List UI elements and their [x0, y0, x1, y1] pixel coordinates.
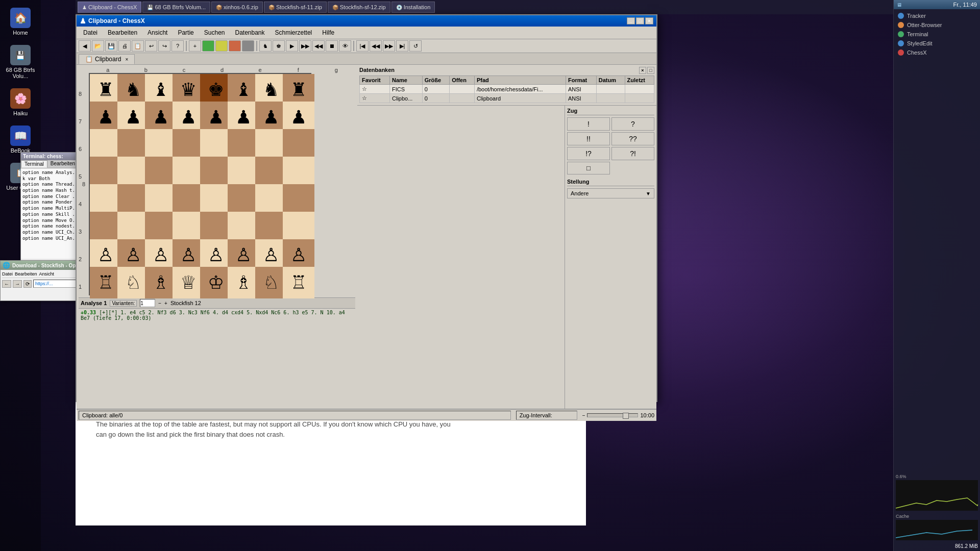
square-d3[interactable]	[173, 212, 204, 243]
menu-hilfe[interactable]: Hilfe	[317, 28, 339, 38]
square-h3[interactable]	[283, 212, 314, 243]
square-e5[interactable]	[200, 157, 232, 188]
square-f1[interactable]: ♗	[228, 267, 259, 298]
move-btn-double-excl[interactable]: !!	[567, 132, 610, 145]
square-e1[interactable]: ♔	[200, 267, 232, 298]
square-f3[interactable]	[228, 212, 259, 243]
square-h5[interactable]	[283, 157, 314, 188]
square-a6[interactable]	[90, 129, 121, 161]
move-btn-excl-quest[interactable]: !?	[567, 147, 610, 160]
right-panel-item-otter[interactable]: Otter-Browser	[896, 20, 978, 30]
toolbar-btn-help[interactable]: ?	[172, 40, 184, 52]
square-b7[interactable]: ♟	[117, 102, 149, 133]
toolbar-btn-gray[interactable]	[242, 40, 254, 52]
move-btn-box[interactable]: □	[567, 162, 610, 174]
square-d2[interactable]: ♙	[173, 239, 204, 271]
square-h4[interactable]	[283, 184, 314, 216]
square-b2[interactable]: ♙	[117, 239, 149, 271]
download-menu-ansicht[interactable]: Ansicht	[39, 271, 55, 277]
toolbar-btn-prev[interactable]: |◀	[356, 40, 369, 52]
move-btn-excl[interactable]: !	[567, 117, 610, 131]
move-btn-double-quest[interactable]: ??	[611, 132, 654, 145]
square-h7[interactable]: ♟	[283, 102, 314, 133]
right-panel-item-chessx[interactable]: ChessX	[896, 48, 978, 57]
window-close-btn[interactable]: ×	[645, 17, 653, 24]
square-g5[interactable]	[255, 157, 287, 188]
toolbar-btn-plus[interactable]: +	[189, 40, 201, 52]
right-panel-item-terminal[interactable]: Terminal	[896, 30, 978, 39]
square-a7[interactable]: ♟	[90, 102, 121, 133]
square-c2[interactable]: ♙	[145, 239, 177, 271]
toolbar-btn-play[interactable]: ▶	[286, 40, 298, 52]
square-f6[interactable]	[228, 129, 259, 161]
square-f4[interactable]	[228, 184, 259, 216]
menu-bearbeiten[interactable]: Bearbeiten	[103, 28, 142, 38]
square-g4[interactable]	[255, 184, 287, 216]
taskbar-item-xinhos[interactable]: 📦 xinhos-0.6.zip	[211, 2, 263, 13]
terminal-tab-bearbeiten[interactable]: Bearbeiten	[47, 160, 78, 168]
square-a1[interactable]: ♖	[90, 267, 121, 298]
db-close-btn[interactable]: ×	[639, 67, 646, 74]
square-a2[interactable]: ♙	[90, 239, 121, 271]
toolbar-btn-print[interactable]: 🖨	[118, 40, 131, 52]
toolbar-btn-back[interactable]: ◀	[79, 40, 91, 52]
square-f2[interactable]: ♙	[228, 239, 259, 271]
menu-suchen[interactable]: Suchen	[200, 28, 230, 38]
toolbar-btn-green[interactable]	[202, 40, 214, 52]
square-f8[interactable]: ♝	[228, 74, 259, 106]
desktop-icon-volume[interactable]: 💾 68 GB Btrfs Volu...	[3, 42, 38, 82]
square-a3[interactable]	[90, 212, 121, 243]
square-d4[interactable]	[173, 184, 204, 216]
square-c7[interactable]: ♟	[145, 102, 177, 133]
taskbar-item-stockfish11[interactable]: 📦 Stockfish-sf-11.zip	[264, 2, 327, 13]
menu-datenbank[interactable]: Datenbank	[230, 28, 269, 38]
time-slider-thumb[interactable]	[623, 413, 629, 419]
toolbar-btn-eye[interactable]: 👁	[339, 40, 351, 52]
square-h2[interactable]: ♙	[283, 239, 314, 271]
toolbar-btn-rewind[interactable]: ◀◀	[312, 40, 325, 52]
square-b4[interactable]	[117, 184, 149, 216]
square-d5[interactable]	[173, 157, 204, 188]
nav-back-btn[interactable]: ←	[2, 280, 11, 288]
terminal-tab-terminal[interactable]: Terminal	[21, 160, 47, 168]
toolbar-btn-folder[interactable]: 📂	[92, 40, 104, 52]
toolbar-btn-save[interactable]: 💾	[105, 40, 117, 52]
menu-partie[interactable]: Partie	[173, 28, 198, 38]
toolbar-btn-horse[interactable]: ♞	[259, 40, 272, 52]
menu-schmierzettel[interactable]: Schmierzettel	[271, 28, 317, 38]
toolbar-btn-orange[interactable]	[229, 40, 241, 52]
db-max-btn[interactable]: □	[647, 67, 654, 74]
move-btn-quest[interactable]: ?	[611, 117, 654, 131]
square-c8[interactable]: ♝	[145, 74, 177, 106]
square-a4[interactable]	[90, 184, 121, 216]
square-c1[interactable]: ♗	[145, 267, 177, 298]
taskbar-item-installation[interactable]: 💿 Installation	[391, 2, 435, 13]
square-c4[interactable]	[145, 184, 177, 216]
square-c3[interactable]	[145, 212, 177, 243]
square-b8[interactable]: ♞	[117, 74, 149, 106]
square-e8[interactable]: ♚	[200, 74, 232, 106]
right-panel-item-stylededit[interactable]: StyledEdit	[896, 39, 978, 48]
time-slider[interactable]	[587, 413, 638, 417]
square-d7[interactable]: ♟	[173, 102, 204, 133]
db-row-fics[interactable]: ☆ FICS 0 /boot/home/chessdata/Fi... ANSI	[360, 85, 654, 94]
square-e2[interactable]: ♙	[200, 239, 232, 271]
square-h8[interactable]: ♜	[283, 74, 314, 106]
toolbar-btn-prev2[interactable]: ◀◀	[370, 40, 382, 52]
toolbar-btn-next[interactable]: ▶|	[396, 40, 408, 52]
square-g1[interactable]: ♘	[255, 267, 287, 298]
taskbar-item-stockfish12[interactable]: 📦 Stockfish-sf-12.zip	[328, 2, 390, 13]
window-minimize-btn[interactable]: _	[627, 17, 635, 24]
taskbar-item-chessx[interactable]: ♟ Clipboard - ChessX	[78, 2, 141, 13]
square-e7[interactable]: ♟	[200, 102, 232, 133]
square-e4[interactable]	[200, 184, 232, 216]
download-menu-bearbeiten[interactable]: Bearbeiten	[15, 271, 37, 277]
square-g8[interactable]: ♞	[255, 74, 287, 106]
move-btn-quest-excl[interactable]: ?!	[611, 147, 654, 160]
toolbar-btn-next2[interactable]: ▶▶	[383, 40, 395, 52]
window-maximize-btn[interactable]: □	[636, 17, 644, 24]
square-f7[interactable]: ♟	[228, 102, 259, 133]
square-f5[interactable]	[228, 157, 259, 188]
square-h1[interactable]: ♖	[283, 267, 314, 298]
download-menu-datei[interactable]: Datei	[2, 271, 13, 277]
